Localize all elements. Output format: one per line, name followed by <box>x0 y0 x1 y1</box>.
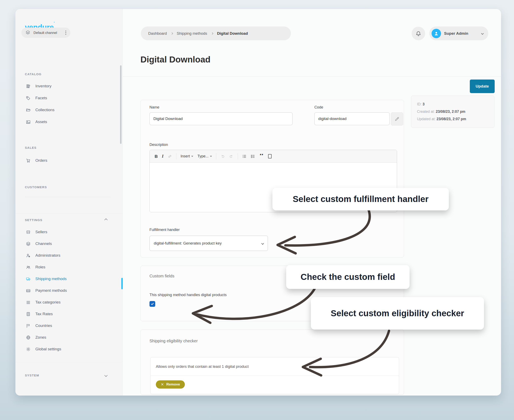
sidebar-item-tax-categories[interactable]: Tax categories <box>23 298 111 307</box>
gear-icon <box>26 347 31 352</box>
layers-icon <box>25 30 30 36</box>
name-input[interactable] <box>149 112 292 125</box>
chevron-down-icon <box>481 32 484 35</box>
sidebar-item-shipping-methods[interactable]: Shipping methods <box>23 274 111 284</box>
sidebar-item-tax-rates[interactable]: Tax Rates <box>23 309 111 319</box>
kebab-menu-icon[interactable] <box>65 30 67 36</box>
sidebar-item-collections[interactable]: Collections <box>23 105 111 115</box>
description-label: Description <box>149 142 168 147</box>
tag-icon <box>26 96 31 100</box>
breadcrumb-shipping-methods[interactable]: Shipping methods <box>177 31 207 36</box>
section-catalog: CATALOG <box>25 72 42 76</box>
eligibility-checker-title: Shipping eligibility checker <box>149 339 198 343</box>
chevron-up-icon <box>104 218 108 222</box>
section-sales: SALES <box>25 146 37 149</box>
callout-custom-field: Check the custom field <box>286 265 410 289</box>
digital-products-field-label: This shipping method handles digital pro… <box>149 292 227 297</box>
sidebar-divider <box>15 362 123 362</box>
toolbar-separator <box>176 153 176 159</box>
close-icon: ✕ <box>161 382 164 387</box>
link-icon[interactable] <box>168 154 172 159</box>
custom-fields-title: Custom fields <box>149 274 174 278</box>
pencil-icon <box>395 117 399 121</box>
sidebar-item-assets[interactable]: Assets <box>23 117 111 127</box>
code-block-icon[interactable] <box>268 154 272 158</box>
notifications-button[interactable] <box>412 27 425 40</box>
store-icon <box>26 230 31 234</box>
cart-icon <box>26 158 31 163</box>
section-settings-toggle[interactable]: SETTINGS <box>25 218 111 222</box>
active-item-indicator <box>121 278 123 289</box>
chevron-down-icon <box>261 242 264 245</box>
remove-checker-button[interactable]: ✕ Remove <box>156 380 185 389</box>
users-icon <box>26 265 31 270</box>
person-icon <box>433 31 439 36</box>
toolbar-separator <box>238 153 238 159</box>
sidebar-item-countries[interactable]: Countries <box>23 321 111 330</box>
name-label: Name <box>149 105 159 110</box>
edit-code-button[interactable] <box>391 112 403 126</box>
check-icon <box>151 302 154 306</box>
entity-updated-row: Updated at: 23/08/23, 2:07 pm <box>417 115 489 123</box>
chevron-down-icon <box>104 374 108 377</box>
ordered-list-icon[interactable] <box>251 154 255 159</box>
sidebar-item-global-settings[interactable]: Global settings <box>23 344 111 354</box>
user-name: Super Admin <box>444 31 468 36</box>
sidebar-scrollbar[interactable] <box>120 65 122 144</box>
entity-id-row: ID: 3 <box>417 100 489 108</box>
bold-button[interactable]: B <box>155 154 158 159</box>
layers-icon <box>26 241 31 246</box>
sidebar-item-zones[interactable]: Zones <box>23 333 111 342</box>
chevron-right-icon <box>211 32 213 35</box>
section-customers: CUSTOMERS <box>25 185 47 189</box>
eligibility-operation-box: Allows only orders that contain at least… <box>150 357 399 394</box>
chevron-right-icon <box>171 32 173 35</box>
sidebar-item-payment-methods[interactable]: Payment methods <box>23 286 111 295</box>
sidebar-item-channels[interactable]: Channels <box>23 239 111 248</box>
bullet-list-icon[interactable] <box>242 154 246 159</box>
breadcrumb-dashboard[interactable]: Dashboard <box>148 31 167 36</box>
credit-card-icon <box>26 288 31 293</box>
image-icon <box>26 120 31 124</box>
update-button[interactable]: Update <box>470 80 495 93</box>
digital-products-checkbox[interactable] <box>149 301 155 307</box>
channel-switcher[interactable]: Default channel <box>21 28 70 38</box>
entity-created-row: Created at: 23/08/23, 2:07 pm <box>417 108 489 115</box>
books-icon <box>26 84 31 89</box>
list-icon <box>26 300 31 305</box>
sidebar-item-orders[interactable]: Orders <box>23 156 111 165</box>
sidebar-item-inventory[interactable]: Inventory <box>23 81 111 91</box>
type-menu-button[interactable]: Type... <box>197 154 212 158</box>
user-gear-icon <box>26 253 31 258</box>
fulfillment-handler-label: Fulfillment handler <box>149 228 180 232</box>
flag-icon <box>26 323 31 328</box>
undo-icon[interactable] <box>220 154 225 159</box>
user-menu[interactable]: Super Admin <box>429 27 488 40</box>
fulfillment-handler-select[interactable]: digital-fulfillment: Generates product k… <box>149 236 268 251</box>
section-system-toggle[interactable]: SYSTEM <box>25 374 111 377</box>
sidebar-divider <box>15 214 123 214</box>
folder-icon <box>26 108 31 112</box>
sidebar-item-sellers[interactable]: Sellers <box>23 227 111 237</box>
sidebar-item-facets[interactable]: Facets <box>23 93 111 103</box>
avatar <box>431 29 441 38</box>
blockquote-icon[interactable]: “ <box>259 154 264 159</box>
channel-label: Default channel <box>33 31 57 35</box>
breadcrumb-current: Digital Download <box>217 31 248 36</box>
breadcrumb: Dashboard Shipping methods Digital Downl… <box>141 27 291 40</box>
sidebar-item-roles[interactable]: Roles <box>23 262 111 272</box>
truck-icon <box>26 277 31 281</box>
bell-icon <box>415 31 421 36</box>
entity-info-card: ID: 3 Created at: 23/08/23, 2:07 pm Upda… <box>411 96 494 128</box>
page-title: Digital Download <box>140 55 211 65</box>
dropdown-arrow-icon <box>191 156 193 157</box>
redo-icon[interactable] <box>229 154 234 159</box>
header-divider <box>123 76 501 77</box>
code-input[interactable] <box>314 112 390 125</box>
calculator-icon <box>26 312 31 316</box>
sidebar-item-administrators[interactable]: Administrators <box>23 251 111 260</box>
italic-button[interactable]: I <box>162 154 163 159</box>
insert-menu-button[interactable]: Insert <box>181 154 193 158</box>
code-label: Code <box>314 105 323 110</box>
checker-description: Allows only orders that contain at least… <box>151 357 399 376</box>
